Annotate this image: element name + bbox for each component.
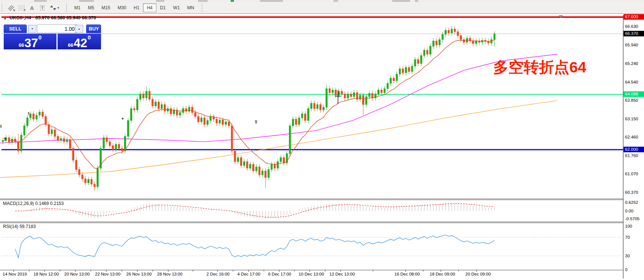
candle-body [216, 119, 217, 123]
volume-input[interactable] [37, 25, 77, 33]
candle-body [350, 94, 352, 97]
chart-annotation-text: 多空转折点64 [493, 57, 586, 78]
candle-body [88, 179, 89, 183]
candle-body [258, 167, 260, 175]
candle-body [408, 68, 410, 72]
candle-body [430, 46, 431, 54]
candle-body [417, 59, 419, 64]
price-tick-label: 61.760 [625, 153, 644, 159]
candle-body [393, 78, 394, 81]
price-tick-label: 64.540 [625, 79, 644, 85]
time-axis-label: 20 Nov 13:00 [64, 272, 90, 276]
candle-body [39, 112, 40, 115]
chart-canvas[interactable] [0, 14, 624, 280]
timeframe-button-D1[interactable]: D1 [156, 3, 169, 12]
rsi-scale-label: 70 [625, 235, 644, 240]
macd-scale-label: 0.6252 [625, 200, 644, 205]
candle-body [103, 138, 104, 149]
timeframe-button-M30[interactable]: M30 [114, 3, 130, 12]
candle-body [54, 130, 56, 136]
candle-body [164, 105, 165, 111]
candle-body [130, 108, 132, 120]
candle-body [222, 120, 224, 124]
candle-body [36, 115, 37, 119]
toolbar-grip[interactable] [66, 4, 69, 12]
chart-text-marker: + [121, 116, 124, 121]
time-axis-label: 4 Dec 17:00 [237, 272, 260, 276]
candle-body [115, 144, 117, 150]
candle-body [207, 120, 208, 124]
sell-button[interactable]: SELL [4, 25, 27, 33]
chart-symbol-period: UKOil-,H4 [9, 15, 31, 20]
toolbar-grip[interactable] [1, 4, 4, 12]
toolbar-fragment [198, 0, 208, 2]
macd-scale-label: -0.5705 [625, 216, 644, 222]
volume-decrease-button[interactable]: ▼ [28, 25, 36, 33]
text-tool-button[interactable]: A [27, 3, 37, 13]
candle-body [198, 117, 199, 122]
arrow-objects-button[interactable]: ▼ [48, 3, 62, 13]
buy-price-panel[interactable]: 66 42 0 [58, 33, 101, 49]
buy-button[interactable]: BUY [86, 25, 101, 33]
sell-price-panel[interactable]: 66 37 0 [4, 33, 56, 49]
candle-body [179, 113, 181, 115]
volume-increase-button[interactable]: ▲ [75, 25, 83, 33]
collapse-triangle-icon[interactable]: ▲ [3, 16, 7, 20]
timeframe-button-H4[interactable]: H4 [143, 3, 156, 12]
candle-body [246, 162, 248, 168]
candle-body [320, 105, 321, 110]
sell-price-bigfigure: 66 [19, 42, 24, 48]
chart-text-marker: T [4, 137, 6, 141]
toolbar-grip[interactable] [202, 4, 204, 12]
timeframe-button-M1[interactable]: M1 [71, 3, 84, 12]
timeframe-button-H1[interactable]: H1 [130, 3, 143, 12]
timeframe-button-MN[interactable]: MN [183, 3, 198, 12]
text-label-button[interactable]: T [37, 3, 48, 13]
text-icon: A [30, 5, 34, 11]
chart-ohlc-values: 65.970 66.580 65.940 66.370 [35, 15, 96, 20]
rsi-scale-label: 0 [625, 267, 644, 273]
toolbar-fragment [156, 0, 164, 2]
candle-body [316, 105, 318, 109]
toolbar-fragment [415, 0, 418, 2]
chevron-down-icon: ▼ [57, 6, 60, 10]
fibonacci-retracement-button[interactable]: F [16, 3, 27, 13]
macd-scale-label: 0.00 [625, 208, 644, 214]
candle-body [457, 32, 459, 36]
time-axis-label: 18 Dec 09:00 [430, 272, 455, 276]
candle-body [133, 108, 135, 110]
candle-body [60, 139, 62, 140]
candle-body [69, 140, 71, 149]
candle-body [454, 29, 455, 32]
candle-body [33, 114, 34, 119]
candle-body [271, 164, 272, 169]
candle-body [112, 146, 114, 150]
spinner-down-icon: ▼ [31, 27, 34, 30]
candle-body [396, 74, 397, 81]
candle-body [30, 114, 31, 118]
candle-body [127, 120, 129, 136]
rsi-scale-label: 30 [625, 253, 644, 259]
time-axis-label: 28 Nov 13:00 [157, 272, 182, 276]
timeframe-button-M5[interactable]: M5 [84, 3, 98, 12]
macd-signal-line [15, 204, 495, 217]
buy-price-bigfigure: 66 [68, 42, 73, 48]
spinner-up-icon: ▲ [78, 27, 81, 30]
candle-body [72, 148, 74, 160]
candle-body [439, 40, 440, 45]
candle-body [91, 179, 92, 184]
candle-body [210, 117, 211, 121]
timeframe-button-M15[interactable]: M15 [98, 3, 114, 12]
candle-body [136, 99, 138, 110]
candle-body [344, 94, 345, 98]
chart-text-marker: † [27, 111, 30, 116]
candle-body [460, 36, 462, 40]
candle-body [436, 41, 437, 45]
candle-body [414, 59, 416, 66]
timeframe-button-W1[interactable]: W1 [169, 3, 183, 12]
candle-body [448, 30, 449, 33]
candle-body [66, 140, 68, 142]
candle-body [402, 69, 404, 73]
equidistant-channel-button[interactable]: E [6, 3, 16, 13]
toolbar-fragment [79, 0, 94, 2]
